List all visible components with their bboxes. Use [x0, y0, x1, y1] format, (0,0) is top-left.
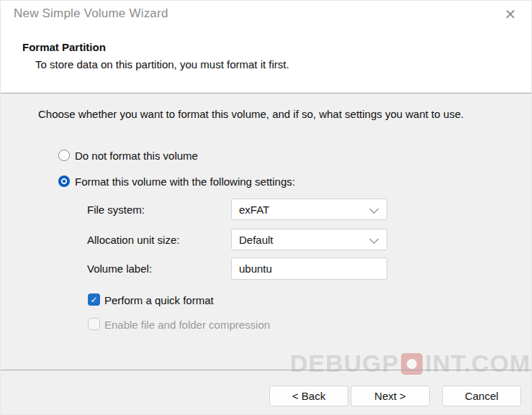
allocation-unit-size-dropdown[interactable]: Default — [231, 229, 387, 250]
chevron-down-icon — [369, 204, 379, 214]
file-system-dropdown[interactable]: exFAT — [231, 199, 387, 220]
compression-checkbox — [88, 318, 100, 330]
volume-label-input[interactable] — [231, 257, 387, 280]
close-icon[interactable]: ✕ — [500, 4, 521, 25]
radio-format-volume[interactable] — [58, 175, 70, 187]
footer-divider — [1, 370, 532, 370]
window-title: New Simple Volume Wizard — [14, 6, 168, 21]
next-button[interactable]: Next > — [351, 386, 430, 406]
watermark-prefix: DEBUGP — [290, 350, 399, 378]
quick-format-checkbox[interactable]: ✓ — [88, 293, 100, 306]
watermark-suffix: INT.COM — [425, 350, 531, 378]
header-divider — [1, 93, 532, 94]
cancel-button[interactable]: Cancel — [442, 386, 521, 406]
radio-format-volume-label[interactable]: Format this volume with the following se… — [75, 175, 295, 188]
compression-label: Enable file and folder compression — [104, 319, 270, 331]
intro-text: Choose whether you want to format this v… — [38, 108, 464, 120]
chevron-down-icon — [369, 234, 379, 244]
allocation-unit-size-label: Allocation unit size: — [87, 234, 179, 246]
radio-do-not-format-label[interactable]: Do not format this volume — [75, 150, 198, 162]
watermark-o-icon — [401, 353, 423, 375]
quick-format-label[interactable]: Perform a quick format — [104, 294, 214, 306]
checkmark-icon: ✓ — [90, 295, 97, 305]
allocation-unit-size-value: Default — [239, 234, 274, 246]
radio-do-not-format[interactable] — [58, 150, 70, 161]
page-subtitle: To store data on this partition, you mus… — [35, 58, 289, 70]
debugpoint-watermark: DEBUGP INT.COM — [290, 350, 531, 378]
file-system-label: File system: — [87, 204, 145, 216]
file-system-value: exFAT — [239, 204, 269, 216]
new-simple-volume-wizard-dialog: New Simple Volume Wizard ✕ Format Partit… — [0, 0, 532, 415]
back-button[interactable]: < Back — [269, 386, 348, 406]
volume-label-label: Volume label: — [87, 263, 152, 275]
page-title: Format Partition — [22, 41, 106, 53]
